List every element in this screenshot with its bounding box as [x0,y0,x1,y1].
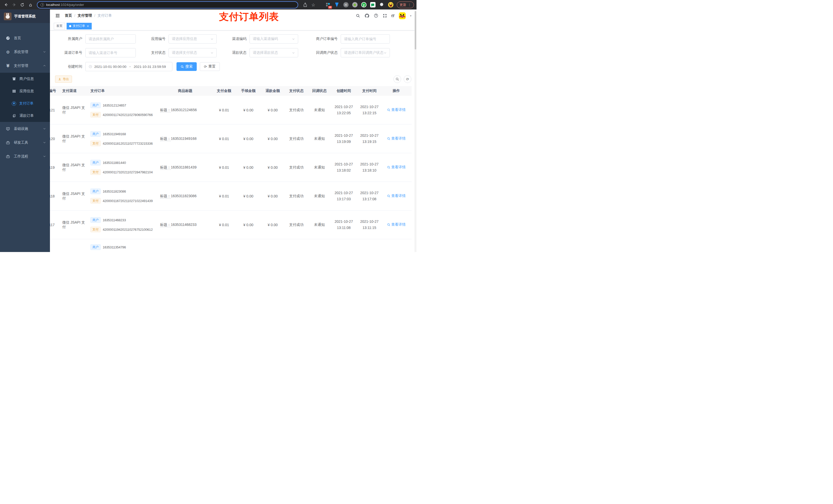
orders-table: 编号 支付渠道 支付订单 商品标题 支付金额 手续金额 退款金额 支付状态 回调… [50,86,416,252]
merchant-tag: 商户 [90,160,101,165]
merchant-order-no-input[interactable] [341,34,390,44]
refresh-table-button[interactable]: ⟳ [404,75,411,83]
breadcrumb-separator: / [94,14,95,18]
sidebar-item-pay[interactable]: ¥ 支付管理 [0,59,50,73]
extension-command-icon[interactable]: ⌘ [343,2,349,8]
reload-icon[interactable] [19,2,26,8]
filter-refund-status: 退款状态 请选择退款状态 [227,48,298,57]
page-scrollbar[interactable] [414,9,416,252]
sidebar-item-home[interactable]: 首页 [0,31,50,45]
navbar-actions: tT ▾ [356,12,411,19]
fullscreen-icon[interactable] [383,14,387,18]
chrome-update-button[interactable]: 更新 ⋮ [397,2,414,8]
close-tab-icon[interactable]: × [87,25,89,28]
create-time-range-picker[interactable]: 2021-10-01 00:00:00 - 2021-10-31 23:59:5… [85,62,172,71]
channel-order-no-input[interactable] [85,48,136,57]
download-icon [58,78,61,81]
channel-code-select[interactable]: 请输入渠道编码 [249,34,298,44]
refund-status-select[interactable]: 请选择退款状态 [249,48,298,57]
extension-emoji-icon[interactable] [388,2,394,8]
extension-kite-icon[interactable] [334,2,340,8]
merchant-input[interactable] [85,34,136,44]
filter-channel-code: 渠道编码 请输入渠道编码 [227,34,298,44]
chevron-down-icon [43,154,46,159]
extension-chat-icon[interactable] [370,2,376,8]
sidebar-menu: 首页 ⚙ 系统管理 ¥ 支付管理 [0,23,50,163]
sidebar-item-application[interactable]: 应用信息 [0,85,50,97]
toggle-search-button[interactable] [394,75,401,83]
view-detail-link[interactable]: 查看详情 [387,165,406,170]
magnifier-icon [387,166,390,169]
view-detail-link[interactable]: 查看详情 [387,194,406,198]
search-icon[interactable] [356,14,360,18]
merchant-tag: 商户 [90,131,101,137]
chrome-menu-icon[interactable]: ⋮ [408,3,411,7]
pay-submenu: 商户信息 应用信息 ¥ 支付订单 [0,73,50,122]
pay-tag: 支付 [90,169,101,175]
export-button[interactable]: 导出 [55,75,72,83]
avatar-caret-icon[interactable]: ▾ [410,14,411,17]
app-select[interactable]: 请选择应用信息 [169,34,217,44]
sidebar-item-workflow[interactable]: 工作流程 [0,149,50,163]
merchant-tag: 商户 [90,189,101,194]
screen: ⌂ i localhost:1024/pay/order ☆ 10 ⌘ y 更新 [0,0,416,252]
back-icon[interactable] [3,2,9,8]
sidebar-item-infra[interactable]: 基础设施 [0,122,50,136]
chevron-down-icon [43,50,46,54]
filter-create-time: 创建时间 2021-10-01 00:00:00 - 2021-10-31 23… [55,62,172,71]
help-icon[interactable] [374,13,378,18]
channel-order-no-field[interactable] [89,51,133,55]
address-bar[interactable]: i localhost:1024/pay/order [37,1,298,8]
extension-dot-icon[interactable] [352,2,358,8]
sidebar-item-devtools[interactable]: 研发工具 [0,136,50,149]
pay-status: 支付成功 [285,165,308,170]
extensions-puzzle-icon[interactable] [379,2,384,8]
sidebar-item-merchant[interactable]: 商户信息 [0,73,50,85]
sidebar-item-system[interactable]: ⚙ 系统管理 [0,45,50,59]
avatar[interactable] [399,12,406,19]
view-detail-link[interactable]: 查看详情 [387,222,406,227]
extension-y-icon[interactable]: y [361,2,366,8]
sidebar-item-pay-order[interactable]: ¥ 支付订单 [0,97,50,110]
clock-icon [89,65,92,68]
reset-button[interactable]: ⟳ 重置 [200,62,220,71]
forward-icon[interactable] [11,2,18,8]
merchant-input-field[interactable] [89,37,133,41]
merchant-order-no-field[interactable] [344,37,386,41]
notify-status: 未通知 [308,165,331,170]
collapse-sidebar-icon[interactable] [55,13,60,18]
tab-home[interactable]: 首页 [54,23,65,29]
font-size-icon[interactable]: tT [391,14,395,18]
filter-pay-status: 支付状态 请选择支付状态 [145,48,217,57]
sidebar-logo[interactable]: 芋道管理系统 [0,9,50,23]
notify-status: 未通知 [308,194,331,198]
search-button[interactable]: 搜索 [176,62,197,71]
magnifier-icon [387,194,390,198]
sidebar-item-refund-order[interactable]: 退款订单 [0,110,50,122]
yen-icon: ¥ [6,63,10,68]
github-icon[interactable] [364,13,370,18]
yen-circle-icon: ¥ [12,101,16,106]
view-detail-link[interactable]: 查看详情 [387,136,406,141]
breadcrumb-home[interactable]: 首页 [65,13,72,18]
select-caret-icon [384,51,386,54]
merchant-tag: 商户 [90,217,101,223]
select-caret-icon [292,51,295,54]
table-row: 118 微信 JSAPI 支付 商户1635311823086 支付420000… [50,182,412,211]
create-time-start: 2021-10-01 00:00:00 [94,65,126,69]
create-time-end: 2021-10-31 23:59:59 [134,65,166,69]
view-detail-link[interactable]: 查看详情 [387,107,406,112]
tab-pay-order[interactable]: 支付订单 × [67,23,92,29]
extension-badge-icon[interactable]: 10 [325,2,331,8]
share-icon[interactable] [302,2,308,8]
pay-status-select[interactable]: 请选择支付状态 [169,48,217,57]
grid-icon [12,89,16,93]
notify-status-select[interactable]: 请选择订单回调商户状态 [341,48,390,57]
magnifier-icon [387,223,390,226]
bookmark-star-icon[interactable]: ☆ [310,2,317,8]
toolbox-icon [6,141,10,145]
chevron-up-icon [43,64,46,68]
home-icon[interactable]: ⌂ [27,2,34,8]
table-row: 119 微信 JSAPI 支付 商户1635311881440 支付420000… [50,153,412,182]
page-info-icon[interactable]: i [41,3,44,7]
